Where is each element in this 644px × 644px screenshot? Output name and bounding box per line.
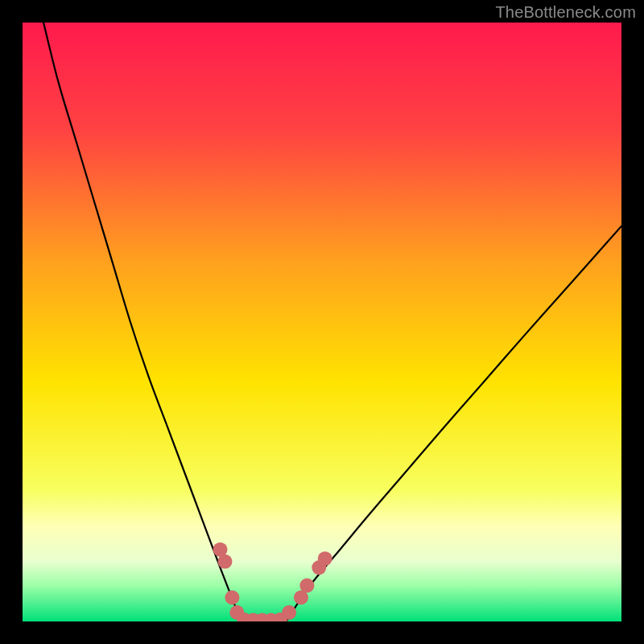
right-marker-1 [282, 605, 296, 620]
right-marker-3 [299, 578, 314, 592]
stage: TheBottleneck.com [0, 0, 644, 644]
left-marker-2 [217, 555, 232, 569]
watermark-text: TheBottleneck.com [495, 3, 636, 22]
left-marker-3 [225, 590, 239, 605]
chart-background [23, 23, 621, 621]
bottleneck-chart [23, 23, 621, 621]
right-marker-5 [318, 551, 332, 566]
